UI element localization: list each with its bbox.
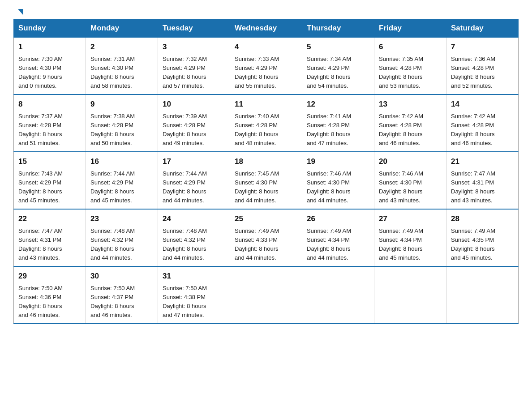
day-number: 29 xyxy=(18,270,81,282)
day-info: Sunrise: 7:50 AMSunset: 4:37 PMDaylight:… xyxy=(90,285,135,318)
calendar-body: 1 Sunrise: 7:30 AMSunset: 4:30 PMDayligh… xyxy=(14,38,519,324)
day-info: Sunrise: 7:39 AMSunset: 4:28 PMDaylight:… xyxy=(163,113,207,146)
day-info: Sunrise: 7:32 AMSunset: 4:29 PMDaylight:… xyxy=(163,56,207,89)
day-number: 25 xyxy=(235,213,297,225)
calendar-cell: 20 Sunrise: 7:46 AMSunset: 4:30 PMDaylig… xyxy=(374,152,446,209)
day-info: Sunrise: 7:47 AMSunset: 4:31 PMDaylight:… xyxy=(451,170,495,204)
day-number: 19 xyxy=(307,156,369,167)
calendar-cell: 15 Sunrise: 7:43 AMSunset: 4:29 PMDaylig… xyxy=(14,152,86,209)
day-info: Sunrise: 7:43 AMSunset: 4:29 PMDaylight:… xyxy=(18,170,63,204)
calendar-table: SundayMondayTuesdayWednesdayThursdayFrid… xyxy=(13,19,519,324)
day-info: Sunrise: 7:50 AMSunset: 4:36 PMDaylight:… xyxy=(18,285,63,318)
day-info: Sunrise: 7:46 AMSunset: 4:30 PMDaylight:… xyxy=(379,170,423,204)
header-cell-monday: Monday xyxy=(86,19,158,38)
day-number: 14 xyxy=(451,98,514,110)
day-number: 31 xyxy=(163,270,225,282)
day-info: Sunrise: 7:31 AMSunset: 4:30 PMDaylight:… xyxy=(90,56,135,89)
day-info: Sunrise: 7:48 AMSunset: 4:32 PMDaylight:… xyxy=(90,227,135,261)
header-cell-saturday: Saturday xyxy=(446,19,519,38)
calendar-cell: 14 Sunrise: 7:42 AMSunset: 4:28 PMDaylig… xyxy=(446,94,519,152)
header-cell-friday: Friday xyxy=(374,19,446,38)
calendar-cell: 13 Sunrise: 7:42 AMSunset: 4:28 PMDaylig… xyxy=(374,94,446,152)
calendar-week-4: 22 Sunrise: 7:47 AMSunset: 4:31 PMDaylig… xyxy=(14,209,519,266)
calendar-cell: 8 Sunrise: 7:37 AMSunset: 4:28 PMDayligh… xyxy=(14,94,86,152)
day-number: 26 xyxy=(307,213,369,225)
day-info: Sunrise: 7:40 AMSunset: 4:28 PMDaylight:… xyxy=(235,113,279,146)
calendar-cell: 22 Sunrise: 7:47 AMSunset: 4:31 PMDaylig… xyxy=(14,209,86,266)
day-number: 23 xyxy=(90,213,153,225)
day-number: 18 xyxy=(235,156,297,167)
day-number: 22 xyxy=(18,213,81,225)
day-number: 4 xyxy=(235,41,297,53)
calendar-cell: 29 Sunrise: 7:50 AMSunset: 4:36 PMDaylig… xyxy=(14,266,86,324)
logo xyxy=(13,9,18,10)
day-number: 21 xyxy=(451,156,514,167)
day-number: 30 xyxy=(90,270,153,282)
day-number: 24 xyxy=(163,213,225,225)
day-number: 16 xyxy=(90,156,153,167)
page-header xyxy=(13,9,519,11)
day-number: 8 xyxy=(18,98,81,110)
calendar-cell: 23 Sunrise: 7:48 AMSunset: 4:32 PMDaylig… xyxy=(86,209,158,266)
calendar-cell: 30 Sunrise: 7:50 AMSunset: 4:37 PMDaylig… xyxy=(86,266,158,324)
calendar-cell: 9 Sunrise: 7:38 AMSunset: 4:28 PMDayligh… xyxy=(86,94,158,152)
calendar-header: SundayMondayTuesdayWednesdayThursdayFrid… xyxy=(14,19,519,38)
day-number: 3 xyxy=(163,41,225,53)
day-number: 6 xyxy=(379,41,442,53)
day-info: Sunrise: 7:49 AMSunset: 4:34 PMDaylight:… xyxy=(307,227,351,261)
calendar-cell: 12 Sunrise: 7:41 AMSunset: 4:28 PMDaylig… xyxy=(302,94,374,152)
day-info: Sunrise: 7:44 AMSunset: 4:29 PMDaylight:… xyxy=(90,170,135,204)
calendar-cell: 25 Sunrise: 7:49 AMSunset: 4:33 PMDaylig… xyxy=(230,209,302,266)
calendar-week-5: 29 Sunrise: 7:50 AMSunset: 4:36 PMDaylig… xyxy=(14,266,519,324)
calendar-cell: 3 Sunrise: 7:32 AMSunset: 4:29 PMDayligh… xyxy=(158,38,230,95)
day-info: Sunrise: 7:33 AMSunset: 4:29 PMDaylight:… xyxy=(235,56,279,89)
calendar-cell: 26 Sunrise: 7:49 AMSunset: 4:34 PMDaylig… xyxy=(302,209,374,266)
day-number: 20 xyxy=(379,156,442,167)
day-info: Sunrise: 7:46 AMSunset: 4:30 PMDaylight:… xyxy=(307,170,351,204)
day-info: Sunrise: 7:37 AMSunset: 4:28 PMDaylight:… xyxy=(18,113,63,146)
day-info: Sunrise: 7:34 AMSunset: 4:29 PMDaylight:… xyxy=(307,56,351,89)
calendar-cell: 16 Sunrise: 7:44 AMSunset: 4:29 PMDaylig… xyxy=(86,152,158,209)
day-info: Sunrise: 7:41 AMSunset: 4:28 PMDaylight:… xyxy=(307,113,351,146)
day-number: 15 xyxy=(18,156,81,167)
calendar-cell: 17 Sunrise: 7:44 AMSunset: 4:29 PMDaylig… xyxy=(158,152,230,209)
day-info: Sunrise: 7:48 AMSunset: 4:32 PMDaylight:… xyxy=(163,227,207,261)
calendar-week-2: 8 Sunrise: 7:37 AMSunset: 4:28 PMDayligh… xyxy=(14,94,519,152)
day-number: 5 xyxy=(307,41,369,53)
day-number: 13 xyxy=(379,98,442,110)
calendar-cell: 27 Sunrise: 7:49 AMSunset: 4:34 PMDaylig… xyxy=(374,209,446,266)
header-cell-thursday: Thursday xyxy=(302,19,374,38)
day-info: Sunrise: 7:45 AMSunset: 4:30 PMDaylight:… xyxy=(235,170,279,204)
calendar-cell: 28 Sunrise: 7:49 AMSunset: 4:35 PMDaylig… xyxy=(446,209,519,266)
day-number: 2 xyxy=(90,41,153,53)
header-row: SundayMondayTuesdayWednesdayThursdayFrid… xyxy=(14,19,519,38)
header-cell-sunday: Sunday xyxy=(14,19,86,38)
day-info: Sunrise: 7:38 AMSunset: 4:28 PMDaylight:… xyxy=(90,113,135,146)
day-info: Sunrise: 7:44 AMSunset: 4:29 PMDaylight:… xyxy=(163,170,207,204)
calendar-cell: 24 Sunrise: 7:48 AMSunset: 4:32 PMDaylig… xyxy=(158,209,230,266)
header-cell-tuesday: Tuesday xyxy=(158,19,230,38)
day-number: 7 xyxy=(451,41,514,53)
calendar-cell: 18 Sunrise: 7:45 AMSunset: 4:30 PMDaylig… xyxy=(230,152,302,209)
day-info: Sunrise: 7:42 AMSunset: 4:28 PMDaylight:… xyxy=(451,113,495,146)
calendar-cell: 10 Sunrise: 7:39 AMSunset: 4:28 PMDaylig… xyxy=(158,94,230,152)
calendar-cell: 4 Sunrise: 7:33 AMSunset: 4:29 PMDayligh… xyxy=(230,38,302,95)
day-info: Sunrise: 7:49 AMSunset: 4:34 PMDaylight:… xyxy=(379,227,423,261)
calendar-cell xyxy=(446,266,519,324)
day-number: 28 xyxy=(451,213,514,225)
day-info: Sunrise: 7:49 AMSunset: 4:33 PMDaylight:… xyxy=(235,227,279,261)
calendar-cell: 31 Sunrise: 7:50 AMSunset: 4:38 PMDaylig… xyxy=(158,266,230,324)
day-number: 17 xyxy=(163,156,225,167)
calendar-week-3: 15 Sunrise: 7:43 AMSunset: 4:29 PMDaylig… xyxy=(14,152,519,209)
day-info: Sunrise: 7:30 AMSunset: 4:30 PMDaylight:… xyxy=(18,56,63,89)
calendar-cell xyxy=(374,266,446,324)
day-number: 10 xyxy=(163,98,225,110)
calendar-cell xyxy=(230,266,302,324)
day-number: 11 xyxy=(235,98,297,110)
calendar-week-1: 1 Sunrise: 7:30 AMSunset: 4:30 PMDayligh… xyxy=(14,38,519,95)
day-info: Sunrise: 7:42 AMSunset: 4:28 PMDaylight:… xyxy=(379,113,423,146)
day-number: 1 xyxy=(18,41,81,53)
calendar-cell: 21 Sunrise: 7:47 AMSunset: 4:31 PMDaylig… xyxy=(446,152,519,209)
calendar-cell: 19 Sunrise: 7:46 AMSunset: 4:30 PMDaylig… xyxy=(302,152,374,209)
calendar-cell: 6 Sunrise: 7:35 AMSunset: 4:28 PMDayligh… xyxy=(374,38,446,95)
